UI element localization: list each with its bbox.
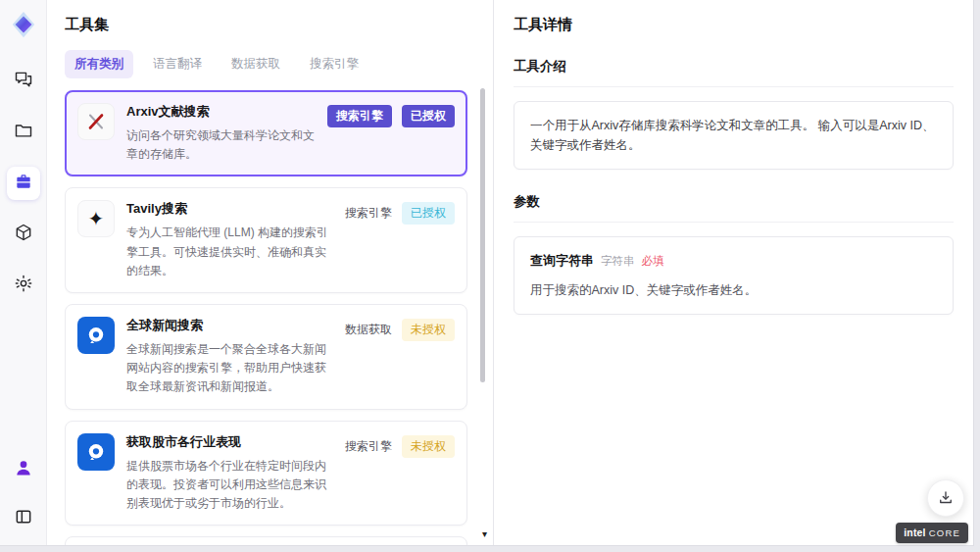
auth-status-badge: 已授权	[402, 202, 455, 225]
sidebar	[0, 0, 47, 545]
tab-category-0[interactable]: 所有类别	[65, 50, 133, 78]
tool-info: Tavily搜索专为人工智能代理 (LLM) 构建的搜索引擎工具。可快速提供实时…	[126, 200, 333, 280]
auth-status-badge: 未授权	[402, 435, 455, 458]
tool-description: 访问各个研究领域大量科学论文和文章的存储库。	[126, 126, 316, 164]
tool-name: Arxiv文献搜索	[126, 103, 316, 121]
category-badge: 数据获取	[345, 319, 392, 341]
detail-title: 工具详情	[514, 16, 954, 34]
tool-description: 专为人工智能代理 (LLM) 构建的搜索引擎工具。可快速提供实时、准确和真实的结…	[126, 224, 333, 280]
tool-info: Arxiv文献搜索访问各个研究领域大量科学论文和文章的存储库。	[126, 103, 316, 164]
param-box: 查询字符串 字符串 必填 用于搜索的Arxiv ID、关键字或作者姓名。	[514, 236, 954, 315]
category-badge: 搜索引擎	[345, 202, 392, 225]
cube-icon	[14, 223, 33, 246]
tool-name: Tavily搜索	[126, 200, 333, 218]
sidebar-bottom	[7, 451, 40, 533]
chat-icon	[14, 70, 33, 93]
tool-card-3[interactable]: 获取股市各行业表现提供股票市场各个行业在特定时间段内的表现。投资者可以利用这些信…	[65, 421, 467, 527]
intel-core-badge: intel CORE	[896, 523, 968, 543]
tool-card-2[interactable]: 全球新闻搜索全球新闻搜索是一个聚合全球各大新闻网站内容的搜索引擎，帮助用户快速获…	[65, 304, 467, 410]
tool-info: 全球新闻搜索全球新闻搜索是一个聚合全球各大新闻网站内容的搜索引擎，帮助用户快速获…	[126, 317, 333, 397]
scrollbar[interactable]	[480, 86, 485, 539]
tool-description: 全球新闻搜索是一个聚合全球各大新闻网站内容的搜索引擎，帮助用户快速获取全球最新资…	[126, 340, 333, 397]
tool-badges: 数据获取未授权	[345, 317, 455, 341]
tab-category-3[interactable]: 搜索引擎	[300, 50, 368, 78]
tool-card-1[interactable]: ✦Tavily搜索专为人工智能代理 (LLM) 构建的搜索引擎工具。可快速提供实…	[65, 187, 467, 293]
intro-heading: 工具介绍	[514, 58, 954, 87]
param-type: 字符串	[601, 252, 635, 270]
tool-info: 获取股市各行业表现提供股票市场各个行业在特定时间段内的表现。投资者可以利用这些信…	[126, 433, 333, 514]
blue-search-icon	[77, 433, 115, 471]
arxiv-icon	[77, 103, 115, 140]
sidebar-item-toolbox[interactable]	[7, 167, 40, 200]
page-title: 工具集	[65, 16, 493, 34]
tool-list: Arxiv文献搜索访问各个研究领域大量科学论文和文章的存储库。搜索引擎已授权✦T…	[65, 88, 493, 545]
tool-badges: 搜索引擎已授权	[327, 103, 455, 127]
tab-category-2[interactable]: 数据获取	[221, 50, 290, 78]
folder-icon	[14, 121, 33, 144]
tool-badges: 搜索引擎未授权	[345, 433, 455, 458]
app-logo-icon	[9, 10, 38, 39]
toolbox-icon	[14, 172, 33, 195]
sidebar-nav	[7, 65, 40, 302]
param-description: 用于搜索的Arxiv ID、关键字或作者姓名。	[530, 280, 937, 300]
param-name: 查询字符串	[530, 251, 594, 272]
scroll-down-arrow-icon[interactable]: ▾	[482, 529, 487, 539]
category-tabs: 所有类别语言翻译数据获取搜索引擎	[65, 50, 493, 78]
scrollbar-thumb[interactable]	[480, 88, 485, 382]
sidebar-item-cube[interactable]	[7, 218, 40, 251]
intro-box: 一个用于从Arxiv存储库搜索科学论文和文章的工具。 输入可以是Arxiv ID…	[514, 101, 954, 170]
gear-icon	[14, 274, 33, 297]
tab-category-1[interactable]: 语言翻译	[143, 50, 212, 78]
tool-detail-panel: 工具详情 工具介绍 一个用于从Arxiv存储库搜索科学论文和文章的工具。 输入可…	[494, 0, 973, 545]
tool-badges: 搜索引擎已授权	[345, 200, 455, 225]
sidebar-item-folder[interactable]	[7, 116, 40, 149]
params-heading: 参数	[514, 193, 954, 223]
sidebar-item-chat[interactable]	[7, 65, 40, 98]
download-button[interactable]	[927, 479, 964, 517]
intel-badge-core: CORE	[929, 527, 960, 538]
tool-card-4[interactable]: 获取市场最活跃股票信息提供当天交易量最高的股票列表。投资者可以利用这些信息来识别…	[65, 536, 467, 545]
auth-status-badge: 未授权	[402, 319, 455, 341]
tool-card-0[interactable]: Arxiv文献搜索访问各个研究领域大量科学论文和文章的存储库。搜索引擎已授权	[65, 90, 467, 176]
tool-name: 获取股市各行业表现	[126, 433, 333, 451]
param-required-flag: 必填	[642, 252, 664, 270]
star-icon: ✦	[77, 200, 115, 237]
tool-name: 全球新闻搜索	[126, 317, 333, 334]
user-avatar-icon[interactable]	[7, 451, 40, 484]
blue-search-icon	[77, 317, 115, 354]
tool-description: 提供股票市场各个行业在特定时间段内的表现。投资者可以利用这些信息来识别表现优于或…	[126, 457, 333, 514]
tools-panel: 工具集 所有类别语言翻译数据获取搜索引擎 Arxiv文献搜索访问各个研究领域大量…	[47, 0, 494, 545]
sidebar-item-settings[interactable]	[7, 269, 40, 302]
category-badge: 搜索引擎	[345, 435, 392, 458]
category-badge: 搜索引擎	[327, 105, 392, 127]
intel-badge-word: intel	[904, 527, 926, 538]
app-window: 工具集 所有类别语言翻译数据获取搜索引擎 Arxiv文献搜索访问各个研究领域大量…	[0, 0, 974, 546]
auth-status-badge: 已授权	[402, 105, 455, 127]
collapse-panel-icon[interactable]	[7, 500, 40, 533]
